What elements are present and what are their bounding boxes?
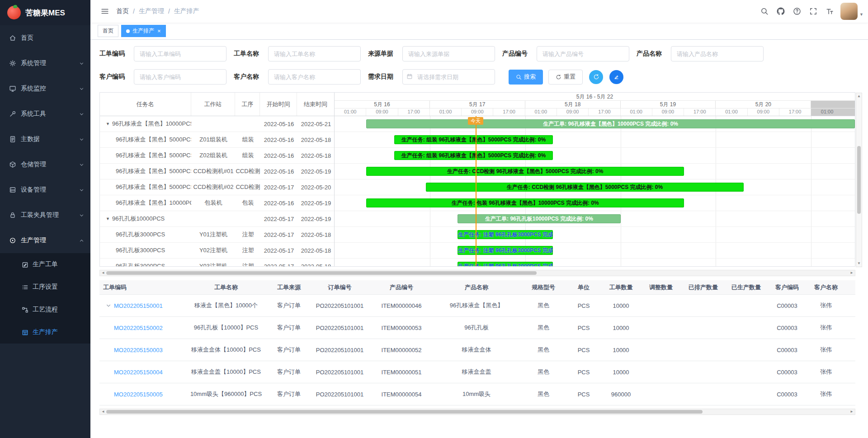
collapse-caret-icon[interactable]: ▼ bbox=[106, 122, 110, 126]
table-row-4[interactable]: MO20220515000510mm吸头【960000】PCS客户订单PO202… bbox=[99, 383, 855, 405]
sidebar-subitem-3[interactable]: 生产排产 bbox=[0, 321, 90, 344]
table-column-header-scheduled_qty[interactable]: 已排产数量 bbox=[682, 283, 725, 292]
table-row-1[interactable]: MO20220515000296孔孔板【10000】PCS客户订单PO20220… bbox=[99, 317, 855, 339]
filter-input-r1-3[interactable] bbox=[537, 46, 629, 61]
table-column-header-demand_date[interactable]: 需求日期 bbox=[845, 283, 855, 292]
table-column-header-code[interactable]: 工单编码 bbox=[99, 283, 183, 292]
table-column-header-spec[interactable]: 规格型号 bbox=[521, 283, 566, 292]
gantt-bar-4[interactable]: 生产任务: CCD检测 96孔移液盒【黑色】5000PCS 完成比例: 0% bbox=[426, 183, 744, 192]
sidebar-item-7[interactable]: 工装夹具管理 bbox=[0, 203, 90, 228]
hamburger-icon[interactable] bbox=[97, 0, 113, 23]
user-menu[interactable]: ▼ bbox=[840, 3, 863, 20]
gantt-bar-6[interactable]: 生产工单: 96孔孔板10000PCS 完成比例: 0% bbox=[458, 214, 620, 223]
edit-circle-button[interactable] bbox=[609, 70, 623, 84]
table-column-header-unit[interactable]: 单位 bbox=[566, 283, 602, 292]
avatar[interactable] bbox=[840, 3, 858, 20]
order-code-link[interactable]: MO202205150004 bbox=[114, 369, 163, 376]
order-code-link[interactable]: MO202205150003 bbox=[114, 347, 163, 353]
gantt-task-row-4[interactable]: 96孔移液盒【黑色】5000PCSCCD检测机#02CCD检测2022-05-1… bbox=[100, 179, 334, 195]
font-size-icon[interactable] bbox=[821, 0, 838, 23]
sidebar-subitem-1[interactable]: 工序设置 bbox=[0, 276, 90, 298]
gantt-column-header-4[interactable]: 结束时间 bbox=[297, 93, 334, 116]
filter-input-r2-2[interactable] bbox=[402, 69, 495, 85]
expand-caret-icon[interactable] bbox=[106, 303, 111, 308]
table-row-3[interactable]: MO202205150004移液盒盒盖【10000】PCS客户订单PO20220… bbox=[99, 361, 855, 383]
gantt-bar-5[interactable]: 生产任务: 包装 96孔移液盒【黑色】10000PCS 完成比例: 0% bbox=[366, 198, 684, 207]
help-icon[interactable] bbox=[789, 0, 805, 23]
gantt-bar-0[interactable]: 生产工单: 96孔移液盒【黑色】10000PCS 完成比例: 0% bbox=[366, 119, 855, 128]
table-column-header-order_no[interactable]: 订单编号 bbox=[308, 283, 371, 292]
scrollbar-thumb[interactable] bbox=[857, 146, 861, 214]
sidebar-subitem-2[interactable]: 工艺流程 bbox=[0, 298, 90, 321]
gantt-vertical-scrollbar[interactable]: ▲ ▼ bbox=[856, 93, 862, 267]
table-column-header-source[interactable]: 工单来源 bbox=[269, 283, 308, 292]
gantt-task-row-9[interactable]: 96孔孔板3000PCSY03注塑机注塑2022-05-172022-05-18 bbox=[100, 259, 334, 266]
sidebar-subitem-0[interactable]: 生产工单 bbox=[0, 253, 90, 276]
tab-1[interactable]: 生产排产× bbox=[121, 25, 166, 37]
filter-input-r1-0[interactable] bbox=[134, 46, 226, 61]
fullscreen-icon[interactable] bbox=[805, 0, 821, 23]
gantt-column-header-2[interactable]: 工序 bbox=[235, 93, 260, 116]
search-button[interactable]: 搜索 bbox=[509, 70, 543, 85]
tab-close-icon[interactable]: × bbox=[157, 28, 161, 34]
refresh-circle-button[interactable] bbox=[589, 70, 603, 84]
scroll-left-arrow[interactable]: ◄ bbox=[101, 409, 105, 414]
table-row-0[interactable]: MO202205150001移液盒【黑色】10000个客户订单PO2022051… bbox=[99, 295, 855, 317]
gantt-bar-9[interactable]: 生产任务: 注塑 96孔孔板3000PCS 完成比例: 0% bbox=[458, 262, 553, 266]
search-icon[interactable] bbox=[756, 0, 773, 23]
sidebar-item-1[interactable]: 系统管理 bbox=[0, 51, 90, 76]
sidebar-item-8[interactable]: 生产管理 bbox=[0, 228, 90, 253]
filter-input-r2-0[interactable] bbox=[134, 69, 226, 85]
scrollbar-thumb[interactable] bbox=[106, 410, 703, 414]
filter-input-r1-4[interactable] bbox=[671, 46, 764, 61]
gantt-bar-1[interactable]: 生产任务: 组装 96孔移液盒【黑色】5000PCS 完成比例: 0% bbox=[394, 135, 553, 144]
gantt-task-row-1[interactable]: 96孔移液盒【黑色】5000PCSZ01组装机组装2022-05-162022-… bbox=[100, 132, 334, 148]
scrollbar-thumb[interactable] bbox=[106, 271, 537, 275]
table-column-header-produced_qty[interactable]: 已生产数量 bbox=[725, 283, 768, 292]
table-column-header-customer_code[interactable]: 客户编码 bbox=[768, 283, 807, 292]
table-column-header-product_code[interactable]: 产品编号 bbox=[371, 283, 432, 292]
table-column-header-product_name[interactable]: 产品名称 bbox=[432, 283, 521, 292]
order-code-link[interactable]: MO202205150001 bbox=[114, 302, 163, 309]
scroll-down-arrow[interactable]: ▼ bbox=[857, 261, 861, 266]
gantt-bar-2[interactable]: 生产任务: 组装 96孔移液盒【黑色】5000PCS 完成比例: 0% bbox=[394, 151, 553, 160]
sidebar-item-0[interactable]: 首页 bbox=[0, 25, 90, 51]
sidebar-item-6[interactable]: 设备管理 bbox=[0, 177, 90, 203]
app-logo[interactable]: 苦糖果MES bbox=[0, 0, 90, 25]
github-icon[interactable] bbox=[773, 0, 789, 23]
table-column-header-name[interactable]: 工单名称 bbox=[183, 283, 269, 292]
gantt-column-header-0[interactable]: 任务名 bbox=[100, 93, 191, 116]
tab-0[interactable]: 首页 bbox=[98, 25, 118, 37]
gantt-task-row-6[interactable]: ▼96孔孔板10000PCS2022-05-172022-05-19 bbox=[100, 211, 334, 227]
order-code-link[interactable]: MO202205150005 bbox=[114, 391, 163, 398]
scroll-up-arrow[interactable]: ▲ bbox=[857, 94, 861, 99]
gantt-column-header-3[interactable]: 开始时间 bbox=[260, 93, 297, 116]
gantt-task-row-0[interactable]: ▼96孔移液盒【黑色】10000PCS2022-05-162022-05-21 bbox=[100, 116, 334, 132]
gantt-task-row-7[interactable]: 96孔孔板3000PCSY01注塑机注塑2022-05-172022-05-18 bbox=[100, 227, 334, 243]
gantt-task-row-3[interactable]: 96孔移液盒【黑色】5000PCSCCD检测机#01CCD检测2022-05-1… bbox=[100, 164, 334, 179]
sidebar-item-3[interactable]: 系统工具 bbox=[0, 101, 90, 127]
gantt-task-row-8[interactable]: 96孔孔板3000PCSY02注塑机注塑2022-05-172022-05-18 bbox=[100, 243, 334, 259]
sidebar-item-5[interactable]: 仓储管理 bbox=[0, 152, 90, 177]
collapse-caret-icon[interactable]: ▼ bbox=[106, 217, 110, 221]
table-column-header-adjust_qty[interactable]: 调整数量 bbox=[640, 283, 682, 292]
table-column-header-qty[interactable]: 工单数量 bbox=[602, 283, 640, 292]
filter-input-r1-1[interactable] bbox=[268, 46, 361, 61]
table-row-2[interactable]: MO202205150003移液盒盒体【10000】PCS客户订单PO20220… bbox=[99, 339, 855, 361]
reset-button[interactable]: 重置 bbox=[548, 70, 583, 85]
table-column-header-customer_name[interactable]: 客户名称 bbox=[807, 283, 845, 292]
sidebar-item-4[interactable]: 主数据 bbox=[0, 127, 90, 152]
gantt-column-header-1[interactable]: 工作站 bbox=[191, 93, 236, 116]
scroll-left-arrow[interactable]: ◄ bbox=[101, 270, 105, 276]
scroll-right-arrow[interactable]: ► bbox=[850, 409, 854, 414]
gantt-horizontal-scrollbar[interactable]: ◄ ► bbox=[99, 270, 855, 276]
table-horizontal-scrollbar[interactable]: ◄ ► bbox=[99, 409, 855, 415]
gantt-task-row-5[interactable]: 96孔移液盒【黑色】10000PCS包装机包装2022-05-162022-05… bbox=[100, 195, 334, 211]
breadcrumb-item-0[interactable]: 首页 bbox=[116, 7, 129, 15]
sidebar-item-2[interactable]: 系统监控 bbox=[0, 76, 90, 101]
breadcrumb-item-1[interactable]: 生产管理 bbox=[139, 7, 164, 15]
gantt-bar-8[interactable]: 生产任务: 注塑 96孔孔板3000PCS 完成比例: 0% bbox=[458, 246, 553, 255]
scroll-right-arrow[interactable]: ► bbox=[850, 270, 854, 276]
filter-input-r1-2[interactable] bbox=[402, 46, 495, 61]
gantt-bar-3[interactable]: 生产任务: CCD检测 96孔移液盒【黑色】5000PCS 完成比例: 0% bbox=[366, 167, 684, 176]
